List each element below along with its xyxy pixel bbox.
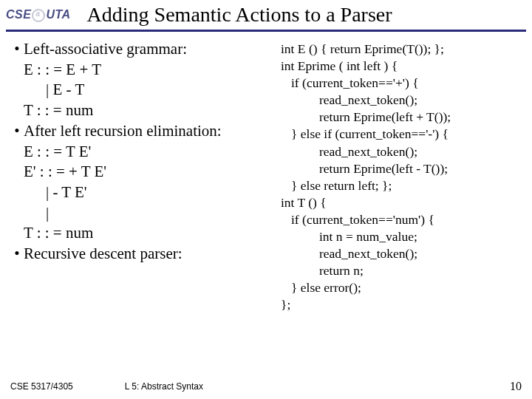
at-icon	[32, 9, 45, 22]
code-line: } else error();	[281, 279, 522, 296]
code-line: if (current_token=='+') {	[281, 75, 522, 92]
bullet-2-text: After left recursion elimination:	[24, 121, 222, 142]
footer-page-number: 10	[510, 380, 522, 393]
code-line: return Eprime(left - T());	[281, 160, 522, 177]
bullet-1-text: Left-associative grammar:	[24, 39, 187, 60]
slide-body: • Left-associative grammar: E : : = E + …	[0, 32, 532, 357]
footer: CSE 5317/4305 L 5: Abstract Syntax 10	[0, 380, 532, 393]
logo: CSE UTA	[6, 8, 71, 21]
left-column: • Left-associative grammar: E : : = E + …	[10, 39, 276, 357]
bullet-1: • Left-associative grammar:	[10, 39, 276, 60]
grammar-line: T : : = num	[10, 100, 276, 121]
footer-lecture: L 5: Abstract Syntax	[125, 381, 203, 392]
bullet-3-text: Recursive descent parser:	[24, 244, 183, 265]
grammar-line: | - T E'	[10, 183, 276, 203]
code-line: int Eprime ( int left ) {	[281, 58, 522, 75]
code-line: return n;	[281, 262, 522, 279]
code-line: if (current_token=='num') {	[281, 211, 522, 228]
code-line: } else if (current_token=='-') {	[281, 126, 522, 143]
bullet-dot-icon: •	[10, 121, 24, 142]
code-line: read_next_token();	[281, 143, 522, 160]
grammar-line: |	[10, 203, 276, 224]
bullet-3: • Recursive descent parser:	[10, 244, 276, 265]
footer-course: CSE 5317/4305	[10, 381, 73, 392]
bullet-2: • After left recursion elimination:	[10, 121, 276, 142]
right-column: int E () { return Eprime(T()); }; int Ep…	[276, 39, 522, 357]
logo-uta-text: UTA	[46, 8, 70, 21]
bullet-dot-icon: •	[10, 244, 24, 265]
slide: CSE UTA Adding Semantic Actions to a Par…	[0, 0, 532, 399]
header: CSE UTA Adding Semantic Actions to a Par…	[0, 0, 532, 27]
code-line: } else return left; };	[281, 177, 522, 194]
logo-cse-text: CSE	[6, 8, 31, 21]
code-line: read_next_token();	[281, 245, 522, 262]
grammar-line: T : : = num	[10, 223, 276, 244]
grammar-line: E : : = T E'	[10, 142, 276, 163]
code-line: };	[281, 296, 522, 313]
code-line: return Eprime(left + T());	[281, 109, 522, 126]
bullet-dot-icon: •	[10, 39, 24, 60]
code-line: read_next_token();	[281, 92, 522, 109]
grammar-line: E' : : = + T E'	[10, 162, 276, 183]
code-line: int T () {	[281, 194, 522, 211]
grammar-line: | E - T	[10, 80, 276, 100]
code-line: int n = num_value;	[281, 228, 522, 245]
grammar-line: E : : = E + T	[10, 60, 276, 81]
code-line: int E () { return Eprime(T()); };	[281, 41, 522, 58]
slide-title: Adding Semantic Actions to a Parser	[87, 3, 392, 27]
